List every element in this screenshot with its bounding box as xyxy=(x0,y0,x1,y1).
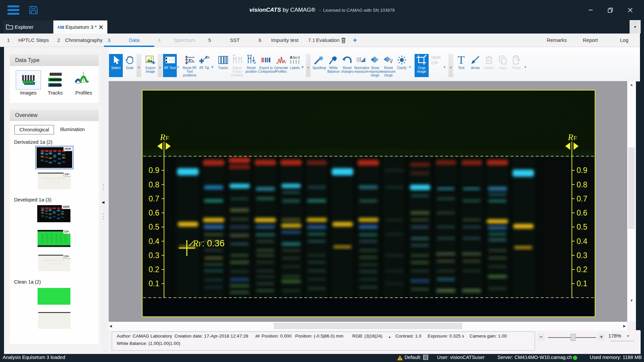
svg-text:0.2: 0.2 xyxy=(149,265,159,274)
svg-text:0.6: 0.6 xyxy=(149,208,159,217)
svg-text:0.3: 0.3 xyxy=(149,251,159,260)
svg-text:R: R xyxy=(205,55,208,60)
svg-text:A: A xyxy=(290,55,292,59)
svg-text:b: b xyxy=(293,55,295,59)
svg-text:0.1: 0.1 xyxy=(149,279,159,288)
svg-text:0.5: 0.5 xyxy=(577,223,587,231)
svg-text:0.2: 0.2 xyxy=(577,265,587,274)
svg-text:F: F xyxy=(208,56,210,59)
svg-text:A: A xyxy=(57,25,60,29)
svg-text:0.7: 0.7 xyxy=(149,194,159,203)
svg-text:0.3: 0.3 xyxy=(577,251,587,260)
svg-text:HDR: HDR xyxy=(431,55,441,60)
svg-text:0.4: 0.4 xyxy=(149,237,159,246)
svg-text:R: R xyxy=(160,132,165,142)
svg-text:RF: 0.36: RF: 0.36 xyxy=(193,238,225,248)
svg-text:0.4: 0.4 xyxy=(577,237,587,246)
svg-text:F: F xyxy=(574,135,577,141)
svg-text:d: d xyxy=(298,55,300,59)
svg-text:0.9: 0.9 xyxy=(149,166,159,175)
svg-text:0.8: 0.8 xyxy=(149,180,159,189)
svg-text:!: ! xyxy=(399,356,401,360)
svg-text:0.5: 0.5 xyxy=(149,223,159,231)
svg-text:T: T xyxy=(458,55,465,65)
svg-text:0.1: 0.1 xyxy=(577,279,587,288)
svg-text:R: R xyxy=(568,132,573,142)
svg-text:0.8: 0.8 xyxy=(577,180,587,189)
svg-text:c: c xyxy=(295,55,297,59)
svg-text:F: F xyxy=(166,135,169,141)
svg-text:0.7: 0.7 xyxy=(577,194,587,203)
svg-text:CP-: CP- xyxy=(431,60,439,65)
svg-text:0.9: 0.9 xyxy=(577,166,587,175)
svg-text:0.6: 0.6 xyxy=(577,208,587,217)
